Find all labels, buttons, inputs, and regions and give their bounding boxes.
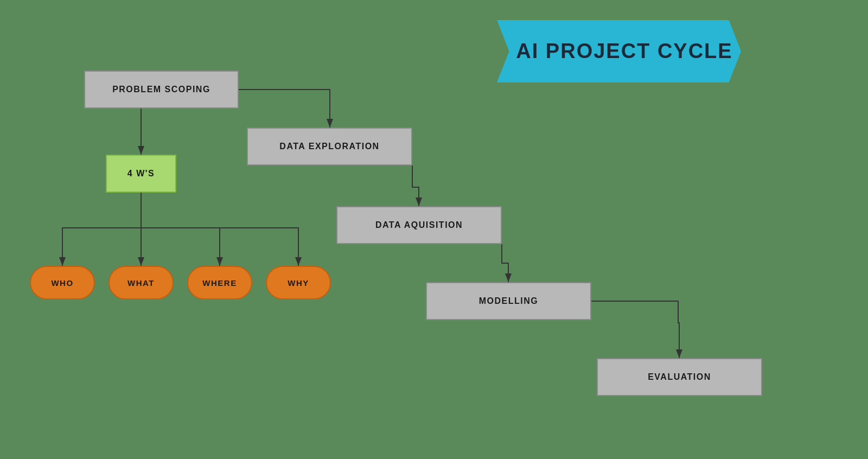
box-modelling-label: MODELLING	[479, 296, 539, 306]
box-4ws-label: 4 W's	[127, 169, 155, 178]
title-text: AI PROJECT CYCLE	[505, 40, 732, 63]
pill-what: WHAT	[108, 266, 174, 299]
pill-why-label: WHY	[288, 278, 309, 288]
box-evaluation: EVALUATION	[597, 358, 762, 396]
pill-why: WHY	[266, 266, 331, 299]
diagram-container: AI PROJECT CYCLE PROBLEM SCOPING 4 W's D…	[0, 0, 868, 459]
title-badge: AI PROJECT CYCLE	[497, 20, 741, 82]
pill-who: WHO	[30, 266, 95, 299]
box-4ws: 4 W's	[106, 155, 176, 193]
box-data-acquisition-label: DATA AQUISITION	[375, 220, 463, 230]
box-modelling: MODELLING	[426, 282, 591, 320]
pill-what-label: WHAT	[127, 278, 155, 288]
box-problem-scoping-label: PROBLEM SCOPING	[112, 85, 210, 94]
box-evaluation-label: EVALUATION	[648, 372, 711, 382]
box-problem-scoping: PROBLEM SCOPING	[84, 71, 239, 109]
pill-who-label: WHO	[51, 278, 73, 288]
pill-where-label: WHERE	[202, 278, 237, 288]
box-data-acquisition: DATA AQUISITION	[336, 206, 502, 244]
pill-where: WHERE	[187, 266, 252, 299]
box-data-exploration: DATA EXPLORATION	[247, 127, 412, 165]
box-data-exploration-label: DATA EXPLORATION	[279, 142, 379, 151]
